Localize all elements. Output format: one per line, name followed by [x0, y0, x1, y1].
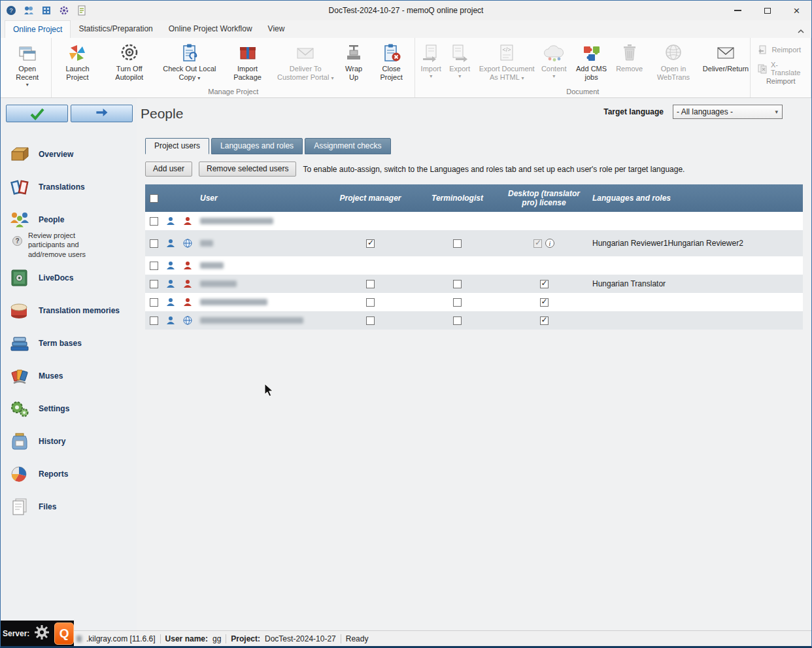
tab-languages-and-roles[interactable]: Languages and roles [211, 138, 303, 154]
row-select-checkbox[interactable] [150, 316, 158, 325]
sidebar-deliver-button[interactable] [71, 105, 133, 122]
tab-project-users[interactable]: Project users [145, 138, 209, 154]
project-manager-checkbox[interactable] [366, 298, 375, 307]
export-label: Export [449, 65, 470, 73]
autopilot-icon [119, 41, 140, 65]
target-language-select[interactable]: - All languages - ▾ [673, 105, 783, 119]
sidebar-item-translation-memories[interactable]: Translation memories [6, 294, 137, 327]
target-language-value: - All languages - [677, 107, 733, 116]
check-out-local-copy-label: Check Out Local Copy [163, 65, 216, 81]
collapse-ribbon-button[interactable] [797, 25, 805, 37]
import-package-icon [237, 41, 258, 65]
user-name-value: gg [212, 634, 221, 643]
column-header-project-manager[interactable]: Project manager [327, 194, 414, 203]
project-manager-checkbox[interactable] [366, 316, 375, 325]
table-row[interactable] [145, 293, 803, 311]
terminologist-checkbox[interactable] [453, 316, 462, 325]
import-package-button[interactable]: Import Package [222, 38, 273, 87]
row-select-checkbox[interactable] [150, 217, 158, 226]
project-label: Project: [231, 634, 260, 643]
sidebar-item-overview[interactable]: Overview [6, 138, 137, 171]
settings-quick-icon[interactable] [59, 5, 69, 16]
table-row[interactable] [145, 311, 803, 330]
checked-out-user-icon [179, 261, 196, 270]
gear-icon[interactable] [34, 624, 50, 643]
desktop-license-checkbox[interactable] [540, 298, 549, 307]
sidebar-check-button[interactable] [6, 105, 68, 122]
terminologist-checkbox[interactable] [453, 298, 462, 307]
close-icon: × [794, 5, 800, 16]
column-header-languages-roles[interactable]: Languages and roles [587, 194, 803, 203]
turn-off-autopilot-label: Turn Off Autopilot [115, 65, 143, 81]
close-project-button[interactable]: Close Project [369, 38, 413, 87]
wrap-up-button[interactable]: Wrap Up [338, 38, 369, 87]
tab-view[interactable]: View [260, 20, 293, 38]
project-manager-checkbox[interactable] [366, 239, 375, 248]
sidebar-item-livedocs[interactable]: LiveDocs [6, 262, 137, 294]
table-row[interactable]: Hungarian Translator [145, 275, 803, 293]
select-all-checkbox[interactable] [150, 194, 158, 203]
blue-arrow-icon [94, 109, 110, 119]
tab-online-project-workflow[interactable]: Online Project Workflow [161, 20, 260, 38]
turn-off-autopilot-button[interactable]: Turn Off Autopilot [102, 38, 157, 87]
tab-online-project[interactable]: Online Project [5, 20, 71, 38]
desktop-license-checkbox[interactable] [540, 280, 549, 288]
memoq-app-icon[interactable]: ? [6, 5, 16, 16]
table-row[interactable] [145, 212, 803, 230]
sidebar-item-reports[interactable]: Reports [6, 458, 137, 490]
add-user-button[interactable]: Add user [145, 162, 192, 177]
terminologist-checkbox[interactable] [453, 280, 462, 288]
row-select-checkbox[interactable] [150, 298, 158, 307]
document-quick-icon[interactable] [76, 5, 87, 16]
sidebar-item-label: Overview [39, 150, 73, 159]
export-button: Export▾ [445, 38, 474, 87]
sidebar-item-history[interactable]: History [6, 425, 137, 458]
deliver-return-icon [715, 41, 736, 65]
sidebar-item-label: LiveDocs [39, 273, 73, 282]
checked-out-user-icon [179, 279, 196, 288]
memoq-taskbar-icon[interactable]: Q [54, 622, 74, 645]
project-manager-checkbox[interactable] [366, 280, 375, 288]
column-header-user[interactable]: User [196, 194, 327, 203]
row-select-checkbox[interactable] [150, 239, 158, 248]
add-cms-jobs-button[interactable]: Add CMS jobs [568, 38, 615, 87]
server-quick-icon[interactable] [41, 5, 52, 16]
row-select-checkbox[interactable] [150, 262, 158, 270]
redacted-user-name [200, 317, 303, 324]
redacted-server-name [76, 636, 82, 642]
sidebar-item-translations[interactable]: Translations [6, 171, 137, 203]
terminologist-checkbox[interactable] [453, 239, 462, 248]
sidebar-item-files[interactable]: Files [6, 490, 137, 523]
sidebar-item-settings[interactable]: Settings [6, 392, 137, 425]
deliver-to-customer-portal-button: Deliver To Customer Portal ▾ [273, 38, 338, 87]
launch-project-label: Launch Project [65, 65, 89, 81]
column-header-desktop-license[interactable]: Desktop (translator pro) license [501, 189, 587, 208]
tab-assignment-checks[interactable]: Assignment checks [305, 138, 390, 154]
info-icon[interactable]: i [545, 239, 554, 248]
check-out-local-copy-button[interactable]: Check Out Local Copy ▾ [157, 38, 222, 87]
desktop-license-checkbox[interactable] [540, 316, 549, 325]
sidebar-item-muses[interactable]: Muses [6, 360, 137, 392]
remove-selected-users-button[interactable]: Remove selected users [199, 162, 296, 177]
table-row[interactable]: i Hungarian Reviewer1Hungarian Reviewer2 [145, 230, 803, 256]
close-button[interactable]: × [782, 1, 811, 20]
table-row[interactable] [145, 256, 803, 275]
export-document-as-html-label: Export Document As HTML [479, 65, 535, 81]
people-quick-icon[interactable] [24, 5, 34, 16]
x-translate-icon [757, 63, 766, 74]
ribbon-group-label: Reimport [752, 77, 809, 87]
reimport-label: Reimport [771, 46, 801, 54]
open-recent-button[interactable]: Open Recent▾ [5, 38, 50, 89]
deliver-return-button[interactable]: Deliver/Return [703, 38, 749, 87]
language-role: Hungarian Translator [592, 279, 666, 289]
sidebar-item-term-bases[interactable]: Term bases [6, 327, 137, 360]
launch-project-button[interactable]: Launch Project [53, 38, 101, 87]
row-select-checkbox[interactable] [150, 280, 158, 288]
maximize-button[interactable] [753, 1, 782, 20]
ribbon-group-label [5, 89, 50, 99]
reimport-button: Reimport [757, 44, 804, 55]
column-header-terminologist[interactable]: Terminologist [414, 194, 501, 203]
minimize-button[interactable] [723, 1, 753, 20]
tab-statistics-preparation[interactable]: Statistics/Preparation [71, 20, 160, 38]
help-icon[interactable]: ? [12, 236, 22, 246]
